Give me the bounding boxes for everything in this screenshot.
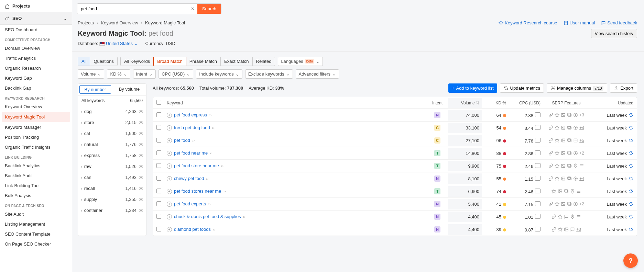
add-keyword-icon[interactable]: + — [167, 214, 172, 219]
serp-snapshot-icon[interactable] — [535, 227, 541, 231]
view-history-button[interactable]: View search history — [591, 29, 637, 38]
search-input[interactable] — [77, 4, 188, 14]
refresh-icon[interactable] — [629, 189, 633, 194]
row-checkbox[interactable] — [156, 201, 161, 206]
nav-onpage-seo-checker[interactable]: On Page SEO Checker — [0, 239, 72, 249]
col-updated[interactable]: Updated — [592, 101, 633, 105]
expand-icon[interactable]: ›› — [209, 113, 211, 117]
tab-by-number[interactable]: By number — [79, 85, 111, 94]
nav-traffic-analytics[interactable]: Traffic Analytics — [0, 53, 72, 63]
serp-snapshot-icon[interactable] — [535, 214, 541, 219]
filter-kd[interactable]: KD %⌄ — [107, 69, 130, 79]
tab-by-volume[interactable]: By volume — [114, 85, 145, 94]
eye-icon[interactable] — [139, 153, 143, 158]
eye-icon[interactable] — [139, 131, 143, 136]
expand-icon[interactable]: ›› — [208, 202, 210, 206]
row-checkbox[interactable] — [156, 150, 161, 155]
add-keyword-icon[interactable]: + — [167, 113, 172, 118]
expand-icon[interactable]: ›› — [213, 227, 215, 231]
seo-row[interactable]: SEO ⌄ — [0, 12, 72, 25]
nav-seo-content-template[interactable]: SEO Content Template — [0, 229, 72, 239]
serp-snapshot-icon[interactable] — [535, 112, 541, 117]
add-keyword-icon[interactable]: + — [167, 176, 172, 181]
filter-exclude[interactable]: Exclude keywords⌄ — [245, 69, 293, 79]
help-button[interactable]: ? — [623, 253, 638, 268]
add-keyword-icon[interactable]: + — [167, 125, 172, 131]
nav-backlink-audit[interactable]: Backlink Audit — [0, 171, 72, 181]
expand-icon[interactable]: ›› — [223, 189, 226, 193]
crumb-keyword-overview[interactable]: Keyword Overview — [101, 20, 138, 25]
nav-keyword-magic-tool[interactable]: Keyword Magic Tool — [2, 112, 70, 122]
filter-intent[interactable]: Intent⌄ — [133, 69, 156, 79]
refresh-icon[interactable] — [629, 113, 633, 117]
expand-icon[interactable]: ›› — [192, 138, 195, 143]
expand-icon[interactable]: ›› — [212, 126, 215, 130]
expand-icon[interactable]: ›› — [243, 215, 245, 219]
nav-keyword-manager[interactable]: Keyword Manager — [0, 122, 72, 132]
tab-broad-match[interactable]: Broad Match — [153, 57, 186, 66]
keyword-link[interactable]: chewy pet food — [174, 176, 204, 181]
nav-organic-research[interactable]: Organic Research — [0, 63, 72, 73]
serp-more[interactable]: +4 — [579, 176, 584, 181]
serp-more[interactable]: +4 — [579, 125, 584, 130]
row-checkbox[interactable] — [156, 163, 161, 168]
keyword-link[interactable]: pet food store near me — [174, 163, 219, 168]
eye-icon[interactable] — [139, 120, 143, 125]
tab-all-keywords[interactable]: All Keywords — [121, 57, 154, 66]
nav-bulk-analysis[interactable]: Bulk Analysis — [0, 191, 72, 201]
nav-backlink-gap[interactable]: Backlink Gap — [0, 83, 72, 93]
add-keyword-icon[interactable]: + — [167, 163, 172, 169]
add-keyword-icon[interactable]: + — [167, 138, 172, 143]
crumb-projects[interactable]: Projects — [78, 20, 94, 25]
group-row[interactable]: › can 1,493 — [78, 172, 146, 183]
nav-position-tracking[interactable]: Position Tracking — [0, 132, 72, 142]
col-serp[interactable]: SERP Features — [541, 101, 592, 105]
keyword-link[interactable]: diamond pet foods — [174, 227, 211, 232]
eye-icon[interactable] — [139, 197, 143, 202]
expand-icon[interactable]: ›› — [206, 177, 208, 181]
tab-related[interactable]: Related — [253, 57, 275, 66]
group-row[interactable]: › supply 1,355 — [78, 194, 146, 205]
group-row[interactable]: › recall 1,416 — [78, 183, 146, 194]
refresh-icon[interactable] — [629, 138, 633, 143]
nav-listing-management[interactable]: Listing Management — [0, 219, 72, 229]
nav-organic-insights[interactable]: Organic Traffic Insights — [0, 142, 72, 152]
export-button[interactable]: Export — [610, 83, 637, 93]
serp-snapshot-icon[interactable] — [535, 176, 541, 181]
keyword-link[interactable]: pet food experts — [174, 201, 206, 206]
col-cpc[interactable]: CPC (USD) — [506, 101, 541, 105]
keyword-link[interactable]: pet food stores near me — [174, 189, 221, 194]
serp-more[interactable]: +5 — [579, 138, 584, 143]
nav-backlink-analytics[interactable]: Backlink Analytics — [0, 161, 72, 171]
col-keyword[interactable]: Keyword — [167, 101, 427, 105]
col-intent[interactable]: Intent — [427, 101, 448, 105]
expand-icon[interactable]: ›› — [210, 151, 212, 155]
refresh-icon[interactable] — [629, 227, 633, 232]
add-keyword-icon[interactable]: + — [167, 202, 172, 207]
eye-icon[interactable] — [139, 175, 143, 180]
nav-domain-overview[interactable]: Domain Overview — [0, 43, 72, 53]
serp-more[interactable]: +3 — [576, 227, 581, 232]
serp-snapshot-icon[interactable] — [535, 189, 541, 193]
eye-icon[interactable] — [139, 186, 143, 191]
filter-volume[interactable]: Volume⌄ — [78, 69, 104, 79]
eye-icon[interactable] — [139, 109, 143, 114]
serp-snapshot-icon[interactable] — [535, 125, 541, 130]
languages-chip[interactable]: Languages beta ⌄ — [278, 57, 323, 66]
nav-keyword-overview[interactable]: Keyword Overview — [0, 102, 72, 112]
eye-icon[interactable] — [139, 164, 143, 169]
serp-snapshot-icon[interactable] — [535, 163, 541, 168]
tab-exact-match[interactable]: Exact Match — [221, 57, 253, 66]
tab-phrase-match[interactable]: Phrase Match — [186, 57, 221, 66]
tab-all[interactable]: All — [78, 57, 90, 66]
group-row[interactable]: › express 1,758 — [78, 150, 146, 161]
nav-link-building-tool[interactable]: Link Building Tool — [0, 181, 72, 191]
tab-questions[interactable]: Questions — [90, 57, 117, 66]
col-volume[interactable]: Volume ⇅ — [448, 98, 482, 108]
filter-cpc[interactable]: CPC (USD)⌄ — [159, 69, 193, 79]
add-to-list-button[interactable]: +Add to keyword list — [448, 83, 497, 93]
link-course[interactable]: Keyword Research course — [499, 20, 557, 25]
refresh-icon[interactable] — [629, 163, 633, 168]
all-keywords-row[interactable]: All keywords 65,560 — [78, 95, 146, 106]
serp-snapshot-icon[interactable] — [535, 150, 541, 155]
